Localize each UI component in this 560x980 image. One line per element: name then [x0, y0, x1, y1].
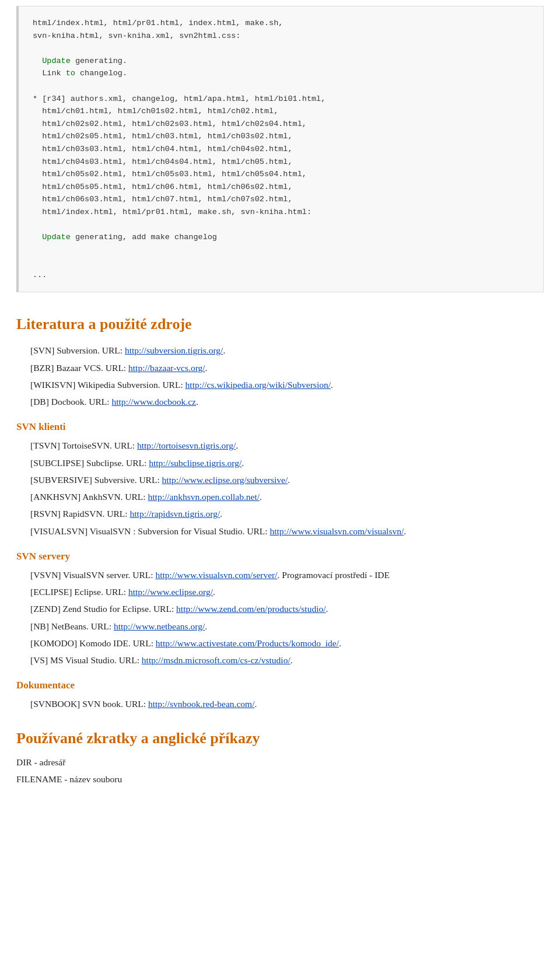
- ref-tag-eclipse: [ECLIPSE] Eclipse. URL:: [30, 587, 128, 597]
- ref-tag-vs: [VS] MS Visual Studio. URL:: [30, 655, 142, 665]
- ref-subclipse: [SUBCLIPSE] Subclipse. URL: http://subcl…: [30, 456, 544, 470]
- ref-nb: [NB] NetBeans. URL: http://www.netbeans.…: [30, 620, 544, 633]
- ref-tag-svn: [SVN] Subversion. URL:: [30, 345, 125, 355]
- ref-vsvn: [VSVN] VisualSVN server. URL: http://www…: [30, 568, 544, 582]
- main-content: html/index.html, html/pr01.html, index.h…: [0, 0, 560, 812]
- ref-url-svn[interactable]: http://subversion.tigris.org/: [125, 345, 223, 355]
- ref-tsvn: [TSVN] TortoiseSVN. URL: http://tortoise…: [30, 439, 544, 452]
- keyword-to: to: [66, 69, 75, 78]
- ref-list-main: [SVN] Subversion. URL: http://subversion…: [30, 344, 544, 408]
- ref-tag-vsvn: [VSVN] VisualSVN server. URL:: [30, 570, 155, 580]
- ref-url-svnbook[interactable]: http://svnbook.red-bean.com/: [148, 699, 255, 709]
- ref-tag-wikisvn: [WIKISVN] Wikipedia Subversion. URL:: [30, 380, 186, 390]
- ref-url-bzr[interactable]: http://bazaar-vcs.org/: [128, 363, 205, 373]
- ref-db: [DB] Docbook. URL: http://www.docbook.cz…: [30, 395, 544, 408]
- ref-url-nb[interactable]: http://www.netbeans.org/: [114, 621, 205, 631]
- ref-tag-rsvn: [RSVN] RapidSVN. URL:: [30, 509, 130, 519]
- sub-heading-svn-servery: SVN servery: [16, 551, 544, 562]
- ref-vs: [VS] MS Visual Studio. URL: http://msdn.…: [30, 653, 544, 667]
- ref-url-eclipse[interactable]: http://www.eclipse.org/: [128, 587, 213, 597]
- ref-tag-tsvn: [TSVN] TortoiseSVN. URL:: [30, 440, 137, 450]
- ref-rsvn: [RSVN] RapidSVN. URL: http://rapidsvn.ti…: [30, 507, 544, 520]
- ref-tag-subversive: [SUBVERSIVE] Subversive. URL:: [30, 475, 162, 485]
- ref-ankhsvn: [ANKHSVN] AnkhSVN. URL: http://ankhsvn.o…: [30, 490, 544, 503]
- ref-url-vs[interactable]: http://msdn.microsoft.com/cs-cz/vstudio/: [142, 655, 290, 665]
- glossary-dir: DIR - adresář: [16, 755, 544, 770]
- ref-url-wikisvn[interactable]: http://cs.wikipedia.org/wiki/Subversion/: [186, 380, 331, 390]
- ref-subversive: [SUBVERSIVE] Subversive. URL: http://www…: [30, 473, 544, 487]
- keyword-update-1: Update: [42, 57, 71, 65]
- ref-url-subclipse[interactable]: http://subclipse.tigris.org/: [149, 458, 242, 468]
- ref-list-svn-klienti: [TSVN] TortoiseSVN. URL: http://tortoise…: [30, 439, 544, 538]
- ref-tag-komodo: [KOMODO] Komodo IDE. URL:: [30, 638, 156, 648]
- ref-tag-ankhsvn: [ANKHSVN] AnkhSVN. URL:: [30, 492, 148, 502]
- section-literatura-heading: Literatura a použité zdroje: [16, 311, 544, 333]
- glossary-filename: FILENAME - název souboru: [16, 772, 544, 787]
- section-zkratky-heading: Používané zkratky a anglické příkazy: [16, 730, 544, 747]
- ref-tag-subclipse: [SUBCLIPSE] Subclipse. URL:: [30, 458, 149, 468]
- code-block: html/index.html, html/pr01.html, index.h…: [16, 6, 544, 292]
- ref-url-visualsvn[interactable]: http://www.visualsvn.com/visualsvn/: [270, 526, 404, 536]
- ref-url-ankhsvn[interactable]: http://ankhsvn.open.collab.net/: [148, 492, 260, 502]
- ref-list-svn-servery: [VSVN] VisualSVN server. URL: http://www…: [30, 568, 544, 667]
- keyword-update-2: Update: [42, 233, 71, 242]
- ref-url-zend[interactable]: http://www.zend.com/en/products/studio/: [176, 604, 326, 614]
- sub-heading-svn-klienti: SVN klienti: [16, 421, 544, 433]
- sub-heading-dokumentace: Dokumentace: [16, 680, 544, 691]
- ref-list-dokumentace: [SVNBOOK] SVN book. URL: http://svnbook.…: [30, 697, 544, 710]
- ref-eclipse: [ECLIPSE] Eclipse. URL: http://www.eclip…: [30, 585, 544, 598]
- ref-svnbook: [SVNBOOK] SVN book. URL: http://svnbook.…: [30, 697, 544, 710]
- ref-url-db[interactable]: http://www.docbook.cz: [112, 397, 197, 407]
- ref-visualsvn: [VISUALSVN] VisualSVN : Subversion for V…: [30, 524, 544, 538]
- ref-bzr: [BZR] Bazaar VCS. URL: http://bazaar-vcs…: [30, 361, 544, 374]
- ref-komodo: [KOMODO] Komodo IDE. URL: http://www.act…: [30, 636, 544, 650]
- ref-tag-svnbook: [SVNBOOK] SVN book. URL:: [30, 699, 148, 709]
- ref-url-vsvn[interactable]: http://www.visualsvn.com/server/: [155, 570, 277, 580]
- ref-zend: [ZEND] Zend Studio for Eclipse. URL: htt…: [30, 602, 544, 615]
- ref-tag-nb: [NB] NetBeans. URL:: [30, 621, 114, 631]
- ref-url-rsvn[interactable]: http://rapidsvn.tigris.org/: [130, 509, 220, 519]
- ref-tag-bzr: [BZR] Bazaar VCS. URL:: [30, 363, 128, 373]
- ref-svn: [SVN] Subversion. URL: http://subversion…: [30, 344, 544, 357]
- ref-url-tsvn[interactable]: http://tortoisesvn.tigris.org/: [137, 440, 236, 450]
- ref-url-komodo[interactable]: http://www.activestate.com/Products/komo…: [156, 638, 339, 648]
- ref-tag-visualsvn: [VISUALSVN] VisualSVN : Subversion for V…: [30, 526, 270, 536]
- glossary-list: DIR - adresář FILENAME - název souboru: [16, 755, 544, 787]
- ref-url-subversive[interactable]: http://www.eclipse.org/subversive/: [162, 475, 288, 485]
- ref-wikisvn: [WIKISVN] Wikipedia Subversion. URL: htt…: [30, 378, 544, 391]
- ref-tag-zend: [ZEND] Zend Studio for Eclipse. URL:: [30, 604, 176, 614]
- ref-tag-db: [DB] Docbook. URL:: [30, 397, 112, 407]
